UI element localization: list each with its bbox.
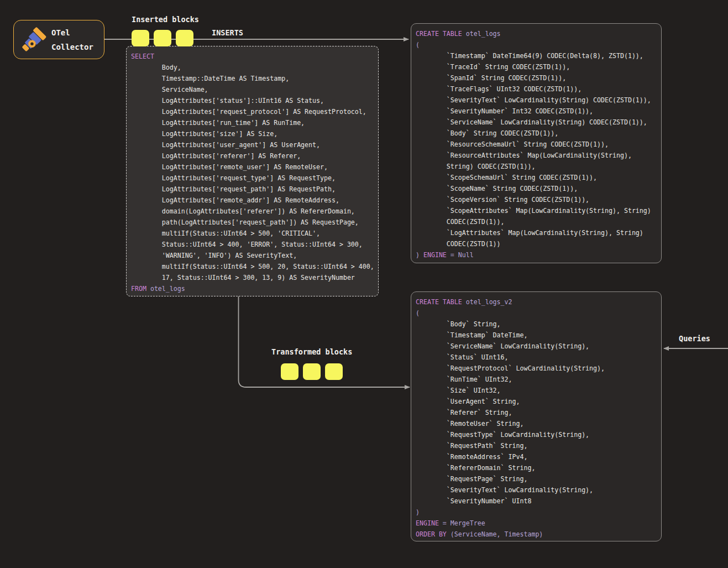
- otel-collector-title-line2: Collector: [51, 40, 93, 54]
- code-line: CODEC(ZSTD(1)),: [416, 216, 661, 227]
- code-line: Body,: [131, 62, 378, 73]
- transformed-data-block: [303, 363, 321, 380]
- transformed-blocks-label: Transformed blocks: [271, 347, 352, 356]
- code-line: `ResourceSchemaUrl` String CODEC(ZSTD(1)…: [416, 139, 661, 150]
- code-line: ServiceName,: [131, 84, 378, 95]
- otel-logs-ddl-code: CREATE TABLE otel_logs( `Timestamp` Date…: [411, 24, 661, 260]
- code-line: FROM otel_logs: [131, 283, 378, 294]
- code-line: Status::UInt64 > 400, 'ERROR', Status::U…: [131, 239, 378, 250]
- code-line: CREATE TABLE otel_logs_v2: [416, 296, 661, 308]
- inserts-label: INSERTS: [212, 28, 243, 37]
- code-line: multiIf(Status::UInt64 > 500, 20, Status…: [131, 261, 378, 272]
- code-line: ): [416, 507, 661, 518]
- inserted-blocks-label: Inserted blocks: [132, 15, 199, 24]
- inserted-data-block: [176, 30, 193, 46]
- code-line: `RunTime` UInt32,: [416, 374, 661, 385]
- code-line: `RemoteAddress` IPv4,: [416, 451, 661, 462]
- code-line: multiIf(Status::UInt64 > 500, 'CRITICAL'…: [131, 228, 378, 239]
- select-query-code: SELECT Body, Timestamp::DateTime AS Time…: [127, 46, 378, 294]
- code-line: LogAttributes['run_time'] AS RunTime,: [131, 117, 378, 128]
- code-line: `TraceFlags` UInt32 CODEC(ZSTD(1)),: [416, 84, 661, 95]
- code-line: `RefererDomain` String,: [416, 462, 661, 473]
- code-line: domain(LogAttributes['referer']) AS Refe…: [131, 206, 378, 217]
- code-line: LogAttributes['referer'] AS Referer,: [131, 150, 378, 161]
- code-line: LogAttributes['request_protocol'] AS Req…: [131, 106, 378, 117]
- code-line: `RequestType` LowCardinality(String),: [416, 429, 661, 440]
- otel-collector-title-line1: OTel: [51, 25, 93, 40]
- code-line: `RemoteUser` String,: [416, 418, 661, 429]
- code-line: `Size` UInt32,: [416, 385, 661, 396]
- code-line: ORDER BY (ServiceName, Timestamp): [416, 529, 661, 540]
- code-line: path(LogAttributes['request_path']) AS R…: [131, 217, 378, 228]
- inserted-blocks-group: [132, 30, 193, 46]
- code-line: String) CODEC(ZSTD(1)),: [416, 161, 661, 172]
- transformed-data-block: [281, 363, 298, 380]
- code-line: `RequestPage` String,: [416, 473, 661, 484]
- inserted-data-block: [154, 30, 171, 46]
- code-line: `ScopeAttributes` Map(LowCardinality(Str…: [416, 205, 661, 216]
- code-line: `ServiceName` LowCardinality(String) COD…: [416, 117, 661, 128]
- inserted-data-block: [132, 30, 149, 46]
- code-line: LogAttributes['remote_addr'] AS RemoteAd…: [131, 195, 378, 206]
- code-line: `SeverityText` LowCardinality(String) CO…: [416, 95, 661, 106]
- code-line: `Timestamp` DateTime64(9) CODEC(Delta(8)…: [416, 50, 661, 61]
- code-line: LogAttributes['status']::UInt16 AS Statu…: [131, 95, 378, 106]
- code-line: `UserAgent` String,: [416, 396, 661, 407]
- code-line: LogAttributes['size'] AS Size,: [131, 128, 378, 139]
- code-line: LogAttributes['request_type'] AS Request…: [131, 173, 378, 184]
- code-line: SELECT: [131, 51, 378, 62]
- code-line: `Referer` String,: [416, 407, 661, 418]
- code-line: `TraceId` String CODEC(ZSTD(1)),: [416, 61, 661, 72]
- code-line: ENGINE = MergeTree: [416, 518, 661, 529]
- code-line: CREATE TABLE otel_logs: [416, 28, 661, 39]
- code-line: `SeverityNumber` Int32 CODEC(ZSTD(1)),: [416, 106, 661, 117]
- code-line: `Timestamp` DateTime,: [416, 330, 661, 341]
- queries-label: Queries: [679, 334, 710, 343]
- code-line: `ResourceAttributes` Map(LowCardinality(…: [416, 150, 661, 161]
- otel-logs-table-block: CREATE TABLE otel_logs( `Timestamp` Date…: [411, 23, 662, 263]
- code-line: `LogAttributes` Map(LowCardinality(Strin…: [416, 227, 661, 238]
- code-line: `ScopeSchemaUrl` String CODEC(ZSTD(1)),: [416, 172, 661, 183]
- code-line: 17, Status::UInt64 > 300, 13, 9) AS Seve…: [131, 272, 378, 283]
- code-line: `ScopeVersion` String CODEC(ZSTD(1)),: [416, 194, 661, 205]
- code-line: (: [416, 39, 661, 50]
- code-line: Timestamp::DateTime AS Timestamp,: [131, 73, 378, 84]
- code-line: `ServiceName` LowCardinality(String),: [416, 341, 661, 352]
- telescope-icon: [19, 26, 47, 54]
- transformed-blocks-group: [281, 363, 343, 380]
- otel-collector-title: OTel Collector: [51, 25, 93, 54]
- otel-collector-node: OTel Collector: [13, 20, 104, 59]
- code-line: ) ENGINE = Null: [416, 249, 661, 260]
- diagram-canvas: OTel Collector Inserted blocks INSERTS S…: [0, 0, 728, 568]
- otel-logs-v2-ddl-code: CREATE TABLE otel_logs_v2( `Body` String…: [411, 292, 661, 540]
- code-line: `RequestPath` String,: [416, 440, 661, 451]
- code-line: `ScopeName` String CODEC(ZSTD(1)),: [416, 183, 661, 194]
- code-line: `SpanId` String CODEC(ZSTD(1)),: [416, 72, 661, 84]
- code-line: `RequestProtocol` LowCardinality(String)…: [416, 363, 661, 374]
- code-line: (: [416, 308, 661, 319]
- code-line: `Body` String,: [416, 319, 661, 330]
- select-transform-block: SELECT Body, Timestamp::DateTime AS Time…: [126, 46, 379, 296]
- code-line: `Status` UInt16,: [416, 352, 661, 363]
- otel-logs-v2-table-block: CREATE TABLE otel_logs_v2( `Body` String…: [411, 291, 662, 541]
- transformed-data-block: [325, 363, 343, 380]
- code-line: LogAttributes['remote_user'] AS RemoteUs…: [131, 161, 378, 173]
- code-line: LogAttributes['request_path'] AS Request…: [131, 184, 378, 195]
- code-line: 'WARNING', 'INFO') AS SeverityText,: [131, 250, 378, 261]
- code-line: `SeverityText` LowCardinality(String),: [416, 484, 661, 496]
- code-line: CODEC(ZSTD(1)): [416, 238, 661, 249]
- code-line: LogAttributes['user_agent'] AS UserAgent…: [131, 139, 378, 150]
- code-line: `Body` String CODEC(ZSTD(1)),: [416, 128, 661, 139]
- code-line: `SeverityNumber` UInt8: [416, 496, 661, 507]
